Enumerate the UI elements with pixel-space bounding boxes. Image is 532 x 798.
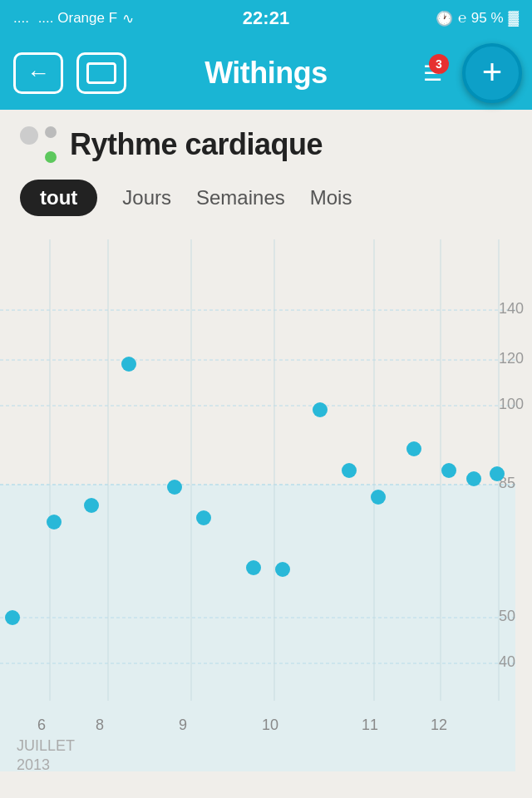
battery-percentage: 95 % [471, 10, 504, 27]
nav-left-controls: ← [13, 52, 126, 94]
notification-button[interactable]: ☰ 3 [423, 61, 442, 86]
svg-text:50: 50 [499, 608, 515, 624]
svg-point-39 [406, 441, 421, 456]
svg-point-37 [342, 463, 357, 478]
tab-tout[interactable]: tout [20, 180, 97, 216]
status-carrier: .... .... Orange F ∿ [13, 10, 134, 27]
status-right-area: 🕐 ℮ 95 % ▓ [436, 10, 519, 27]
svg-point-36 [313, 402, 328, 417]
svg-point-38 [371, 490, 386, 505]
svg-point-35 [275, 562, 290, 577]
add-icon: + [482, 55, 503, 90]
svg-point-32 [167, 480, 182, 495]
chart-container: 140 120 100 85 50 40 6 8 9 10 11 12 JUIL… [0, 223, 532, 788]
svg-text:9: 9 [179, 717, 187, 733]
icon-dot-small [45, 126, 57, 138]
clock-icon: 🕐 [436, 10, 453, 27]
page-header: Rythme cardiaque [0, 110, 532, 180]
svg-text:8: 8 [96, 717, 104, 733]
icon-dot-big [20, 126, 38, 145]
status-bar: .... .... Orange F ∿ 22:21 🕐 ℮ 95 % ▓ [0, 0, 532, 37]
tab-semaines[interactable]: Semaines [196, 180, 285, 216]
bluetooth-icon: ℮ [458, 10, 466, 27]
svg-text:40: 40 [499, 653, 515, 670]
svg-point-31 [121, 357, 136, 372]
svg-point-42 [490, 466, 505, 481]
carrier-name: .... Orange F [38, 10, 117, 27]
nav-bar: ← Withings ☰ 3 + [0, 37, 532, 110]
svg-point-28 [5, 610, 20, 625]
signal-bars: .... [13, 10, 33, 27]
add-button[interactable]: + [462, 43, 522, 103]
svg-point-33 [196, 510, 211, 525]
svg-point-30 [84, 498, 99, 513]
back-button[interactable]: ← [13, 52, 63, 94]
app-icon [20, 126, 57, 163]
svg-text:11: 11 [362, 717, 378, 733]
svg-text:6: 6 [37, 717, 46, 733]
svg-text:10: 10 [262, 717, 278, 733]
tab-bar: tout Jours Semaines Mois [0, 180, 532, 216]
heart-rate-chart: 140 120 100 85 50 40 6 8 9 10 11 12 JUIL… [0, 223, 532, 788]
svg-text:140: 140 [499, 300, 524, 317]
status-time: 22:21 [243, 7, 289, 29]
icon-dot-green [45, 151, 57, 163]
app-title: Withings [204, 56, 328, 91]
svg-point-41 [466, 471, 481, 486]
wifi-icon: ∿ [122, 10, 134, 27]
tab-mois[interactable]: Mois [310, 180, 352, 216]
svg-point-29 [47, 515, 62, 530]
svg-text:JUILLET: JUILLET [17, 737, 75, 754]
svg-point-40 [441, 463, 456, 478]
svg-point-34 [246, 560, 261, 575]
back-arrow-icon: ← [27, 62, 50, 85]
svg-text:2013: 2013 [17, 756, 50, 773]
svg-text:100: 100 [499, 396, 524, 412]
svg-text:120: 120 [499, 350, 524, 367]
notification-badge: 3 [429, 54, 449, 74]
svg-text:12: 12 [431, 717, 447, 733]
battery-icon: ▓ [509, 10, 519, 27]
window-button[interactable] [76, 52, 126, 94]
page-title: Rythme cardiaque [70, 127, 323, 162]
window-icon [86, 62, 116, 84]
tab-jours[interactable]: Jours [122, 180, 171, 216]
